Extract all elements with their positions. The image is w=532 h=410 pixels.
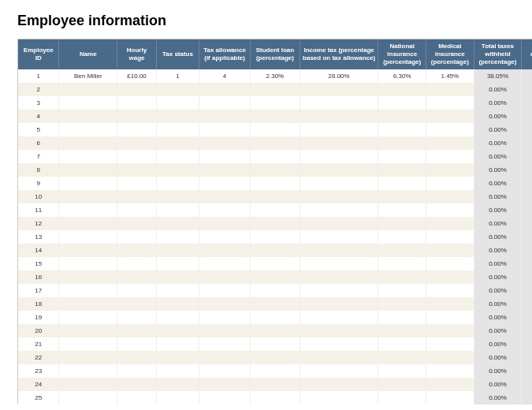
cell-name[interactable] bbox=[59, 163, 117, 177]
cell-medical-insurance[interactable] bbox=[426, 337, 474, 351]
cell-hourly-wage[interactable] bbox=[117, 364, 157, 378]
cell-hourly-wage[interactable] bbox=[117, 257, 157, 270]
cell-name[interactable] bbox=[59, 364, 117, 378]
cell-income-tax[interactable] bbox=[299, 364, 378, 378]
cell-national-insurance[interactable] bbox=[378, 391, 426, 404]
cell-student-loan[interactable] bbox=[251, 83, 300, 96]
cell-student-loan[interactable] bbox=[251, 203, 300, 217]
cell-employee-id[interactable]: 7 bbox=[18, 150, 59, 163]
cell-student-loan[interactable] bbox=[251, 311, 300, 324]
cell-income-tax[interactable] bbox=[299, 230, 378, 244]
cell-student-loan[interactable] bbox=[251, 364, 300, 378]
cell-tax-allowance[interactable] bbox=[199, 177, 251, 190]
cell-tax-allowance[interactable] bbox=[199, 297, 251, 311]
cell-medical-insurance[interactable] bbox=[426, 351, 474, 364]
cell-hourly-wage[interactable] bbox=[117, 110, 157, 123]
cell-student-loan[interactable] bbox=[251, 244, 300, 257]
cell-tax-allowance[interactable] bbox=[199, 378, 251, 391]
cell-employee-id[interactable]: 9 bbox=[18, 177, 59, 190]
cell-pension-deduction[interactable] bbox=[522, 257, 532, 270]
cell-total-withheld[interactable]: 0.00% bbox=[474, 351, 522, 364]
cell-tax-allowance[interactable] bbox=[199, 270, 251, 284]
cell-tax-status[interactable] bbox=[156, 270, 199, 284]
cell-total-withheld[interactable]: 0.00% bbox=[474, 163, 522, 177]
cell-tax-status[interactable] bbox=[156, 190, 199, 203]
cell-tax-allowance[interactable] bbox=[199, 83, 251, 96]
cell-national-insurance[interactable] bbox=[378, 257, 426, 270]
cell-income-tax[interactable] bbox=[299, 150, 378, 163]
cell-hourly-wage[interactable] bbox=[117, 351, 157, 364]
cell-total-withheld[interactable]: 0.00% bbox=[474, 257, 522, 270]
cell-national-insurance[interactable] bbox=[378, 163, 426, 177]
cell-employee-id[interactable]: 1 bbox=[18, 69, 59, 83]
cell-national-insurance[interactable] bbox=[378, 297, 426, 311]
cell-name[interactable] bbox=[59, 190, 117, 203]
cell-pension-deduction[interactable] bbox=[522, 203, 532, 217]
cell-national-insurance[interactable] bbox=[378, 364, 426, 378]
cell-tax-status[interactable] bbox=[156, 244, 199, 257]
cell-student-loan[interactable] bbox=[251, 217, 300, 230]
cell-national-insurance[interactable] bbox=[378, 324, 426, 337]
cell-medical-insurance[interactable] bbox=[426, 217, 474, 230]
cell-tax-status[interactable] bbox=[156, 284, 199, 297]
cell-tax-status[interactable] bbox=[156, 337, 199, 351]
cell-tax-status[interactable] bbox=[156, 351, 199, 364]
cell-medical-insurance[interactable]: 1.45% bbox=[426, 69, 474, 83]
cell-medical-insurance[interactable] bbox=[426, 284, 474, 297]
cell-income-tax[interactable] bbox=[299, 83, 378, 96]
cell-medical-insurance[interactable] bbox=[426, 83, 474, 96]
cell-pension-deduction[interactable] bbox=[522, 230, 532, 244]
cell-employee-id[interactable]: 3 bbox=[18, 96, 59, 110]
cell-pension-deduction[interactable] bbox=[522, 378, 532, 391]
cell-name[interactable] bbox=[59, 351, 117, 364]
cell-pension-deduction[interactable] bbox=[522, 96, 532, 110]
cell-hourly-wage[interactable] bbox=[117, 378, 157, 391]
cell-tax-status[interactable] bbox=[156, 378, 199, 391]
cell-pension-deduction[interactable] bbox=[522, 136, 532, 150]
cell-hourly-wage[interactable] bbox=[117, 391, 157, 404]
cell-total-withheld[interactable]: 0.00% bbox=[474, 378, 522, 391]
cell-national-insurance[interactable] bbox=[378, 270, 426, 284]
cell-tax-status[interactable] bbox=[156, 364, 199, 378]
cell-student-loan[interactable] bbox=[251, 378, 300, 391]
cell-income-tax[interactable] bbox=[299, 163, 378, 177]
cell-tax-allowance[interactable] bbox=[199, 284, 251, 297]
cell-pension-deduction[interactable] bbox=[522, 364, 532, 378]
cell-name[interactable] bbox=[59, 230, 117, 244]
cell-student-loan[interactable] bbox=[251, 123, 300, 136]
cell-total-withheld[interactable]: 0.00% bbox=[474, 270, 522, 284]
cell-hourly-wage[interactable] bbox=[117, 136, 157, 150]
cell-name[interactable] bbox=[59, 110, 117, 123]
cell-student-loan[interactable] bbox=[251, 270, 300, 284]
cell-student-loan[interactable] bbox=[251, 96, 300, 110]
cell-total-withheld[interactable]: 0.00% bbox=[474, 297, 522, 311]
cell-hourly-wage[interactable] bbox=[117, 284, 157, 297]
cell-pension-deduction[interactable] bbox=[522, 351, 532, 364]
cell-total-withheld[interactable]: 0.00% bbox=[474, 391, 522, 404]
cell-total-withheld[interactable]: 0.00% bbox=[474, 83, 522, 96]
cell-student-loan[interactable] bbox=[251, 337, 300, 351]
cell-total-withheld[interactable]: 0.00% bbox=[474, 190, 522, 203]
cell-tax-status[interactable] bbox=[156, 311, 199, 324]
cell-income-tax[interactable] bbox=[299, 257, 378, 270]
cell-medical-insurance[interactable] bbox=[426, 136, 474, 150]
cell-income-tax[interactable] bbox=[299, 391, 378, 404]
cell-name[interactable] bbox=[59, 244, 117, 257]
cell-student-loan[interactable] bbox=[251, 297, 300, 311]
cell-national-insurance[interactable] bbox=[378, 190, 426, 203]
cell-tax-status[interactable] bbox=[156, 297, 199, 311]
cell-hourly-wage[interactable] bbox=[117, 150, 157, 163]
cell-income-tax[interactable] bbox=[299, 203, 378, 217]
cell-national-insurance[interactable] bbox=[378, 244, 426, 257]
cell-total-withheld[interactable]: 0.00% bbox=[474, 337, 522, 351]
cell-hourly-wage[interactable] bbox=[117, 163, 157, 177]
cell-national-insurance[interactable] bbox=[378, 337, 426, 351]
cell-hourly-wage[interactable] bbox=[117, 337, 157, 351]
cell-pension-deduction[interactable] bbox=[522, 311, 532, 324]
cell-medical-insurance[interactable] bbox=[426, 311, 474, 324]
cell-total-withheld[interactable]: 0.00% bbox=[474, 244, 522, 257]
cell-hourly-wage[interactable]: £10.00 bbox=[117, 69, 157, 83]
cell-national-insurance[interactable]: 6.30% bbox=[378, 69, 426, 83]
cell-name[interactable] bbox=[59, 297, 117, 311]
cell-name[interactable] bbox=[59, 150, 117, 163]
